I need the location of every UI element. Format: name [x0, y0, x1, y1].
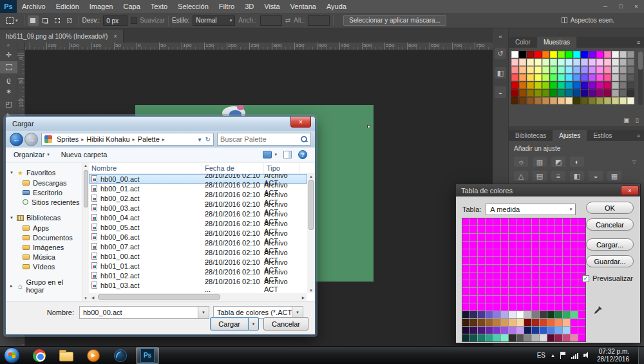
color-swatch[interactable] [612, 59, 619, 66]
palette-color[interactable] [524, 218, 531, 225]
menu-item[interactable]: Filtro [214, 0, 240, 13]
palette-color[interactable] [486, 303, 493, 311]
palette-color[interactable] [486, 242, 493, 249]
palette-color[interactable] [509, 311, 516, 318]
palette-color[interactable] [547, 334, 554, 341]
palette-color[interactable] [462, 296, 469, 303]
color-swatch[interactable] [627, 66, 634, 73]
palette-color[interactable] [578, 296, 585, 303]
new-swatch-icon[interactable]: ▣ [623, 117, 629, 124]
breadcrumb-segment[interactable]: Sprites [54, 135, 81, 143]
menu-item[interactable]: Ayuda [321, 0, 352, 13]
palette-color[interactable] [486, 296, 493, 303]
palette-color[interactable] [486, 327, 493, 334]
language-indicator[interactable]: ES [537, 352, 545, 359]
tree-toggle-icon[interactable]: ▾ [9, 215, 14, 220]
crop-tool[interactable]: ◰ [0, 98, 17, 110]
preview-pane-icon[interactable] [283, 151, 292, 158]
navigation-scrollbar[interactable]: ▲▼ [82, 163, 89, 301]
preview-checkbox[interactable]: ✓ [582, 275, 589, 282]
exposure-icon[interactable]: ◐ [570, 157, 584, 167]
color-swatch[interactable] [596, 59, 603, 66]
color-swatch[interactable] [589, 51, 596, 58]
menu-item[interactable]: Selección [173, 0, 214, 13]
document-tab[interactable]: hb611_09.png al 100% (Indexado#) × [0, 30, 124, 43]
palette-color[interactable] [578, 265, 585, 272]
palette-color[interactable] [555, 303, 562, 311]
palette-color[interactable] [462, 218, 469, 225]
color-swatch[interactable] [573, 74, 580, 81]
color-swatch[interactable] [535, 51, 542, 58]
new-folder-button[interactable]: Nueva carpeta [61, 151, 108, 158]
palette-color[interactable] [571, 296, 578, 303]
search-input[interactable] [220, 135, 301, 143]
color-swatch[interactable] [573, 66, 580, 73]
color-swatch[interactable] [612, 66, 619, 73]
dark-app-taskbar-icon[interactable] [109, 347, 132, 364]
palette-color[interactable] [493, 327, 500, 334]
palette-color[interactable] [501, 319, 508, 326]
palette-color[interactable] [524, 249, 531, 256]
save-table-button[interactable]: Guardar... [586, 255, 634, 267]
palette-color[interactable] [516, 334, 524, 341]
palette-color[interactable] [524, 327, 531, 334]
palette-color[interactable] [563, 327, 570, 334]
palette-color[interactable] [563, 288, 570, 295]
palette-color[interactable] [524, 303, 531, 311]
palette-color[interactable] [532, 234, 539, 241]
palette-color[interactable] [516, 218, 524, 225]
color-swatch[interactable] [558, 90, 565, 97]
color-swatch[interactable] [565, 66, 573, 73]
color-swatch[interactable] [620, 90, 627, 97]
palette-color[interactable] [532, 257, 539, 264]
file-list-vscrollbar[interactable]: ▲▼ [307, 174, 315, 293]
palette-color[interactable] [571, 265, 578, 272]
palette-color[interactable] [516, 319, 524, 326]
color-balance-icon[interactable]: ≡ [551, 171, 565, 181]
palette-color[interactable] [486, 334, 493, 341]
palette-color[interactable] [509, 273, 516, 280]
breadcrumb-segment[interactable]: Hibiki Kohaku [84, 135, 132, 143]
breadcrumb-segment[interactable]: Palette [135, 135, 162, 143]
color-swatch[interactable] [550, 90, 557, 97]
palette-color[interactable] [532, 280, 539, 287]
color-swatch[interactable] [542, 59, 549, 66]
color-swatch[interactable] [612, 51, 619, 58]
palette-color[interactable] [509, 257, 516, 264]
palette-color[interactable] [524, 280, 531, 287]
palette-color[interactable] [462, 280, 469, 287]
color-swatch[interactable] [519, 51, 526, 58]
palette-color[interactable] [563, 218, 570, 225]
color-swatch[interactable] [596, 74, 603, 81]
palette-color[interactable] [555, 242, 562, 249]
palette-color[interactable] [524, 273, 531, 280]
palette-color[interactable] [563, 273, 570, 280]
menu-item[interactable]: Imagen [84, 0, 118, 13]
palette-color[interactable] [470, 257, 477, 264]
palette-color[interactable] [563, 280, 570, 287]
color-swatch[interactable] [511, 82, 518, 89]
palette-color[interactable] [524, 242, 531, 249]
expand-dock-icon[interactable]: « [498, 34, 502, 40]
palette-color[interactable] [555, 311, 562, 318]
color-swatch[interactable] [581, 51, 588, 58]
nav-item[interactable]: Música [6, 252, 82, 262]
palette-color[interactable] [578, 249, 585, 256]
color-swatch[interactable] [535, 59, 542, 66]
palette-color[interactable] [540, 327, 547, 334]
show-desktop-button[interactable] [638, 347, 644, 364]
color-swatch[interactable] [558, 82, 565, 89]
palette-color[interactable] [555, 319, 562, 326]
forward-button[interactable]: → [24, 133, 38, 146]
palette-color[interactable] [547, 265, 554, 272]
magic-wand-tool[interactable]: ✶ [0, 86, 17, 98]
palette-color[interactable] [462, 311, 469, 318]
width-input[interactable] [260, 15, 282, 26]
menu-item[interactable]: Ventana [285, 0, 321, 13]
network-icon[interactable] [571, 352, 578, 359]
palette-color[interactable] [571, 303, 578, 311]
color-swatch[interactable] [589, 82, 596, 89]
file-list-hscrollbar[interactable]: ◀▶ [89, 293, 307, 301]
color-swatch[interactable] [573, 90, 580, 97]
nav-item[interactable]: Sitios recientes [6, 197, 82, 207]
